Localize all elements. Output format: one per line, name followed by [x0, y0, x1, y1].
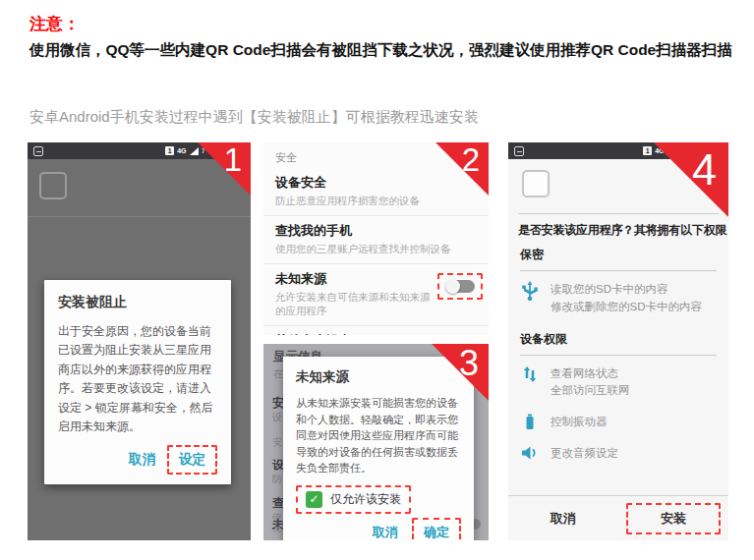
sd-card-icon [514, 146, 524, 156]
unknown-sources-toggle[interactable] [445, 279, 475, 294]
network-arrows-icon [520, 365, 540, 401]
step-number: 4 [692, 147, 717, 192]
settings-item-desc: 使用您的三星账户远程查找并控制设备 [275, 243, 477, 256]
checkbox-label: 仅允许该安装 [330, 491, 401, 508]
settings-item-desc: 允许安装来自可信来源和未知来源的应用程序 [275, 291, 433, 318]
settings-button[interactable]: 设定 [167, 445, 217, 475]
allow-once-checkbox[interactable]: ✓ [306, 491, 322, 508]
dimmed-list-fragment: 设 [272, 411, 282, 424]
install-question: 是否安装该应用程序？其将拥有以下权限： [518, 222, 728, 239]
audio-icon [520, 445, 540, 463]
permission-section-privacy: 保密 [520, 242, 717, 271]
cancel-button[interactable]: 取消 [123, 447, 161, 473]
permission-text: 读取您的SD卡中的内容 修改或删除您的SD卡中的内容 [551, 281, 702, 316]
app-icon-placeholder [39, 172, 67, 199]
settings-item-find-my-phone[interactable]: 查找我的手机 使用您的三星账户远程查找并控制设备 [263, 215, 489, 263]
permission-row-audio: 更改音频设定 [520, 435, 717, 467]
notification-badge-icon: 1 [165, 146, 174, 155]
tutorial-subtitle: 安卓Android手机安装过程中遇到【安装被阻止】可根据教程迅速安装 [29, 108, 479, 127]
app-icon-placeholder [522, 170, 550, 197]
settings-item-unknown-sources[interactable]: 未知来源 允许安装来自可信来源和未知来源的应用程序 [263, 263, 489, 325]
settings-item-title: 查找我的手机 [275, 222, 477, 240]
step-number: 2 [462, 143, 480, 176]
cancel-button[interactable]: 取消 [551, 510, 576, 528]
screenshot-step-4: 1 4G 7 是否安装该应用程序？其将拥有以下权限： 保密 读取您的SD卡中的内… [508, 142, 728, 540]
step-number: 1 [224, 143, 242, 176]
screenshot-step-1: 1 4G 7 安装被阻止 出于安全原因，您的设备当前已设置为阻止安装从三星应用商… [28, 142, 251, 540]
settings-item-title: 其他安全设定 [275, 332, 477, 335]
settings-item-desc: 防止恶意应用程序损害您的设备 [275, 195, 477, 208]
dialog-body-text: 从未知来源安装可能损害您的设备和个人数据。轻敲确定，即表示您同意对因使用这些应用… [296, 395, 461, 476]
warning-text: 使用微信，QQ等一些内建QR Code扫描会有被阻挡下载之状况，强烈建议使用推荐… [29, 36, 733, 63]
network-type-indicator: 4G [177, 147, 186, 154]
dialog-body-text: 出于安全原因，您的设备当前已设置为阻止安装从三星应用商店以外的来源获得的应用程序… [58, 322, 217, 437]
dimmed-list-fragment: 防 [272, 473, 282, 486]
cancel-button[interactable]: 取消 [367, 520, 404, 541]
highlight-box: 安装 [626, 503, 721, 534]
highlight-box [437, 273, 483, 300]
install-button[interactable]: 安装 [661, 510, 686, 528]
install-action-bar: 取消 安装 [508, 495, 728, 540]
settings-item-other-security[interactable]: 其他安全设定 更改安全更新和证书存储等其他安全设定 [263, 325, 489, 335]
notice-title: 注意： [29, 13, 80, 35]
highlight-box: ✓ 仅允许该安装 [296, 485, 411, 514]
permission-section-device: 设备权限 [520, 326, 717, 356]
dialog-title: 安装被阻止 [58, 294, 217, 311]
permission-row-storage: 读取您的SD卡中的内容 修改或删除您的SD卡中的内容 [520, 271, 717, 320]
permission-row-network: 查看网络状态 全部访问互联网 [520, 356, 717, 405]
permission-text: 更改音频设定 [551, 445, 618, 463]
permission-text: 控制振动器 [551, 414, 608, 431]
divider [28, 216, 251, 217]
screenshot-step-3: 显示信息 在 安 设 安 设 防 查 使 未 允许安装来自可信来源和未知来源的应… [263, 344, 489, 540]
vibration-icon [520, 414, 540, 431]
step-number: 3 [459, 346, 479, 381]
confirm-button[interactable]: 确定 [412, 518, 461, 541]
screenshot-step-2: 安全 设备安全 防止恶意应用程序损害您的设备 查找我的手机 使用您的三星账户远程… [263, 142, 489, 335]
permission-row-vibration: 控制振动器 [520, 404, 717, 435]
notification-badge-icon: 1 [643, 146, 652, 155]
usb-icon [520, 281, 540, 316]
install-blocked-dialog: 安装被阻止 出于安全原因，您的设备当前已设置为阻止安装从三星应用商店以外的来源获… [44, 280, 231, 484]
sd-card-icon [33, 146, 43, 156]
permission-text: 查看网络状态 全部访问互联网 [551, 365, 630, 401]
dimmed-list-fragment: 安 [272, 435, 282, 449]
